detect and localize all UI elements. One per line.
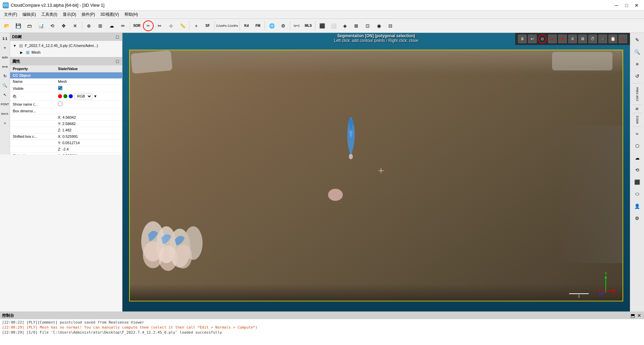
cloud-filter-btn[interactable]: ☁ [106, 20, 117, 31]
rs-edit-btn[interactable]: ✎ [632, 34, 643, 46]
tree-sub-expand-icon[interactable]: ▶ [19, 50, 23, 54]
settings-gear-btn[interactable]: ⚙ [278, 20, 288, 31]
visible-checkbox[interactable] [58, 86, 62, 90]
prop-shiftedbox-key: Shifted box c... [10, 133, 55, 140]
font-mode-btn[interactable]: FONT [1, 100, 9, 109]
draw-btn[interactable]: ✏ [118, 20, 128, 31]
seg-timer-btn[interactable]: ⏱ [588, 35, 597, 43]
tree-item-mesh[interactable]: ▶ ▦ Mesh [11, 49, 121, 56]
extra-btn3[interactable]: ◈ [339, 20, 350, 31]
database-btn[interactable]: 🗃 [24, 20, 35, 31]
rs-layer-btn[interactable]: ≡ [632, 58, 643, 70]
prop-z1-key [10, 127, 55, 133]
seg-settings-btn[interactable]: ⚙ [578, 35, 587, 43]
rs-shield-btn[interactable]: ⬡ [632, 140, 643, 152]
rs-refresh-btn[interactable]: ↺ [632, 70, 643, 82]
sf-btn[interactable]: SF [202, 20, 213, 31]
menu-help[interactable]: 帮助(H) [122, 11, 141, 18]
menu-tools[interactable]: 工具类(I) [39, 11, 60, 18]
prop-showname-key: Show name (... [10, 101, 55, 108]
pointer-btn[interactable]: ↖ [1, 91, 9, 99]
showname-checkbox[interactable] [58, 102, 62, 106]
viewport-3d[interactable]: Y X Z [122, 33, 630, 311]
menu-3dview[interactable]: 3D视图(V) [98, 11, 121, 18]
open-file-btn[interactable]: 📂 [1, 20, 12, 31]
rs-zoom-btn[interactable]: 🔍 [632, 46, 643, 58]
tree-expand-icon[interactable]: ▼ [13, 44, 17, 48]
seg-confirm-btn[interactable]: ✓ [598, 35, 607, 43]
extra-btn5[interactable]: ⊡ [362, 20, 373, 31]
props-section-cc-object: CC Object [10, 72, 122, 79]
rs-person-btn[interactable]: 👤 [632, 200, 643, 212]
console-popout-btn[interactable]: ⬒ [630, 313, 635, 318]
seg-record-btn[interactable]: ● [548, 35, 557, 43]
mls-btn[interactable]: MLS [303, 20, 314, 31]
maximize-button[interactable]: □ [622, 1, 631, 9]
close-button[interactable]: ✕ [632, 1, 641, 9]
color-dropdown[interactable]: RGB [74, 93, 92, 99]
merge-btn[interactable]: ⊕ [84, 20, 94, 31]
seg-hash-btn[interactable]: # [568, 35, 577, 43]
seg-pause-btn[interactable]: ⏸ [518, 35, 527, 43]
extra-btn1[interactable]: ⬛ [317, 20, 327, 31]
extra-btn7[interactable]: ⊟ [385, 20, 396, 31]
properties-collapse-btn[interactable]: □ [115, 59, 120, 64]
menu-file[interactable]: 文件(F) [1, 11, 20, 18]
extra-btn4[interactable]: ⊠ [351, 20, 362, 31]
svg-text:Z: Z [599, 292, 601, 296]
extra-btn6[interactable]: ◉ [374, 20, 384, 31]
db-tree-collapse-btn[interactable]: □ [115, 34, 120, 40]
campo-btn[interactable]: CAmPo [216, 20, 227, 31]
add-view-btn[interactable]: + [1, 44, 9, 52]
rs-wave-btn[interactable]: ≈ [632, 128, 643, 139]
auto-btn[interactable]: auto [1, 53, 9, 62]
console-close-btn[interactable]: ✕ [637, 313, 642, 318]
console-title: 控制台 [2, 313, 14, 319]
prop-visible-value[interactable] [55, 85, 122, 92]
campo2-btn[interactable]: CAmPo [227, 20, 238, 31]
move-btn[interactable]: ✥ [58, 20, 69, 31]
scissors-btn[interactable]: ✂ [154, 20, 165, 31]
rs-cloud-btn[interactable]: ☁ [632, 152, 643, 164]
transform-btn[interactable]: ⟲ [47, 20, 58, 31]
rs-rotate-btn[interactable]: ⟲ [632, 164, 643, 176]
fm-btn[interactable]: FM [253, 20, 263, 31]
extra-btn2[interactable]: ⬜ [328, 20, 339, 31]
seg-stop-btn[interactable]: ■ [558, 35, 567, 43]
color-mode-btn[interactable]: ● [1, 119, 9, 127]
sor-btn[interactable]: SOR [131, 20, 142, 31]
prop-showname-value[interactable] [55, 101, 122, 108]
menu-edit[interactable]: 编辑(E) [20, 11, 39, 18]
table-btn[interactable]: 📊 [36, 20, 46, 31]
menu-plugins[interactable]: 插件(P) [79, 11, 98, 18]
main-toolbar: 📂 💾 🗃 📊 ⟲ ✥ ✕ ⊕ ⊞ ☁ ✏ SOR ✂ ✂ ⊹ 📏 + SF C… [0, 19, 644, 33]
pick-btn[interactable]: ⊹ [166, 20, 176, 31]
delete-btn[interactable]: ✕ [70, 20, 80, 31]
crosshair [378, 168, 384, 173]
translate-tool-btn[interactable]: ⟺ [1, 62, 9, 71]
seg-circle-active-btn[interactable]: ⊙ [538, 35, 547, 43]
rotate-tool-btn[interactable]: ↻ [1, 72, 9, 80]
globe-btn[interactable]: 🌐 [266, 20, 277, 31]
ratio-1-1-btn[interactable]: 1:1 [1, 34, 9, 43]
minimize-button[interactable]: ─ [612, 1, 621, 9]
rs-ellipse-btn[interactable]: ⬭ [632, 188, 643, 200]
rs-layers2-btn[interactable]: ⬛ [632, 176, 643, 188]
sample-btn[interactable]: ⊞ [95, 20, 106, 31]
save-btn[interactable]: 💾 [13, 20, 23, 31]
seg-clipboard-btn[interactable]: 📋 [608, 35, 617, 43]
kd-btn[interactable]: Kd [241, 20, 252, 31]
menu-display[interactable]: 显示(D) [60, 11, 79, 18]
measure-btn[interactable]: 📏 [177, 20, 188, 31]
menu-bar: 文件(F) 编辑(E) 工具类(I) 显示(D) 插件(P) 3D视图(V) 帮… [0, 11, 644, 19]
add-sf-btn[interactable]: + [191, 20, 202, 31]
back-mode-btn[interactable]: BACK [1, 109, 9, 118]
prop-color-key: 色 [10, 92, 55, 101]
tree-item-file[interactable]: ▼ ▤ F_2022.7.4_12.2.45_0.ply (C:/Users/A… [11, 42, 121, 49]
nc-btn[interactable]: N+C [291, 20, 302, 31]
rs-gear-btn[interactable]: ⚙ [632, 213, 643, 224]
seg-close-btn[interactable]: ✕ [619, 35, 627, 43]
segment-circle-btn[interactable]: ✂ [143, 20, 154, 31]
seg-reset-btn[interactable]: ↩ [528, 35, 537, 43]
zoom-in-btn[interactable]: 🔍 [1, 81, 9, 90]
